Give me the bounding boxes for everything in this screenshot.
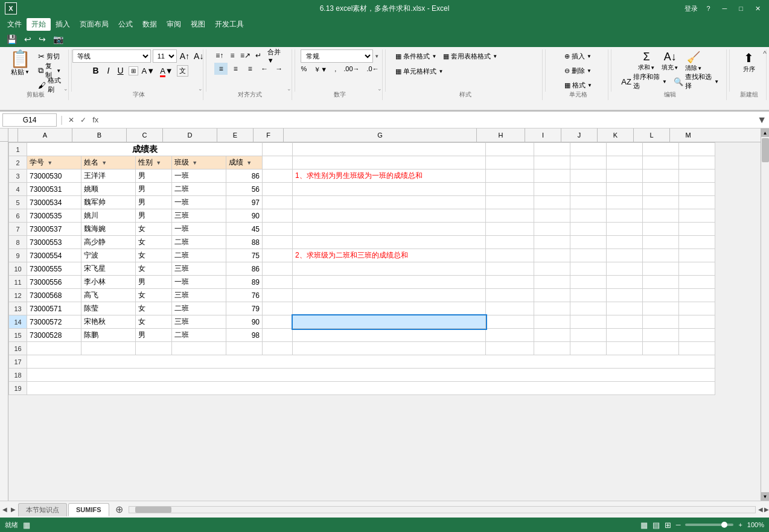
cell-d13[interactable]: 二班	[172, 302, 226, 315]
increase-decimal-button[interactable]: .00→	[340, 64, 362, 75]
align-right-button[interactable]: ≡	[243, 63, 257, 75]
cell-a15[interactable]: 73000528	[27, 329, 81, 342]
cell-g7[interactable]	[293, 223, 486, 236]
cell-g6[interactable]	[293, 209, 486, 223]
cell-d7[interactable]: 一班	[172, 223, 226, 236]
cell-l2[interactable]	[643, 156, 679, 169]
cell-h15[interactable]	[486, 329, 534, 342]
cell-m9[interactable]	[679, 249, 715, 262]
conditional-format-button[interactable]: ▦ 条件格式 ▼	[393, 49, 439, 63]
help-button[interactable]: ?	[703, 4, 713, 13]
menu-data[interactable]: 数据	[138, 18, 162, 31]
cell-f3[interactable]	[263, 169, 293, 183]
cell-f6[interactable]	[263, 209, 293, 223]
row-num-15[interactable]: 15	[9, 329, 27, 342]
menu-pagelayout[interactable]: 页面布局	[75, 18, 113, 31]
increase-indent-button[interactable]: →	[272, 63, 286, 75]
title-cell[interactable]: 成绩表	[27, 143, 263, 156]
filter-d2[interactable]: ▼	[192, 160, 197, 166]
cell-j1[interactable]	[570, 143, 607, 156]
cell-a7[interactable]: 73000537	[27, 223, 81, 236]
cell-e11[interactable]: 89	[226, 276, 263, 289]
cell-c11[interactable]: 男	[136, 276, 172, 289]
cell-i9[interactable]	[534, 249, 570, 262]
bold-button[interactable]: B	[89, 65, 102, 77]
view-normal-icon[interactable]: ▦	[640, 521, 648, 530]
align-top-center-button[interactable]: ≡	[226, 49, 238, 62]
cell-m11[interactable]	[679, 276, 715, 289]
cell-k4[interactable]	[607, 183, 643, 196]
menu-file[interactable]: 文件	[2, 18, 27, 31]
cell-e7[interactable]: 45	[226, 223, 263, 236]
font-shrink-icon[interactable]: A↓	[193, 51, 205, 62]
cell-g11[interactable]	[293, 276, 486, 289]
row-num-2[interactable]: 2	[9, 156, 27, 169]
row-num-11[interactable]: 11	[9, 276, 27, 289]
tab-scroll-right-icon[interactable]: ▶	[10, 506, 17, 513]
row-num-16[interactable]: 16	[9, 342, 27, 355]
cell-f7[interactable]	[263, 223, 293, 236]
cell-e2[interactable]: 成绩 ▼	[226, 156, 263, 169]
view-page-layout-icon[interactable]: ▤	[653, 521, 660, 530]
cell-a14[interactable]: 73000572	[27, 315, 81, 329]
col-header-f[interactable]: F	[254, 128, 284, 142]
cell-m5[interactable]	[679, 196, 715, 209]
paste-button[interactable]: 📋 粘贴 ▼	[7, 49, 33, 78]
col-header-d[interactable]: D	[163, 128, 217, 142]
format-painter-button[interactable]: 🖌 格式刷	[36, 78, 63, 92]
cell-b16[interactable]	[81, 342, 136, 355]
cell-h11[interactable]	[486, 276, 534, 289]
row-18-empty[interactable]	[27, 369, 715, 382]
cell-k15[interactable]	[607, 329, 643, 342]
scroll-thumb[interactable]	[762, 138, 769, 162]
cell-g5[interactable]	[293, 196, 486, 209]
cell-k14[interactable]	[607, 315, 643, 329]
cell-j2[interactable]	[570, 156, 607, 169]
save-icon[interactable]: 💾	[5, 34, 19, 45]
row-num-4[interactable]: 4	[9, 183, 27, 196]
cell-a13[interactable]: 73000571	[27, 302, 81, 315]
cell-a16[interactable]	[27, 342, 81, 355]
cell-h6[interactable]	[486, 209, 534, 223]
cell-m1[interactable]	[679, 143, 715, 156]
cell-e16[interactable]	[226, 342, 263, 355]
cell-l10[interactable]	[643, 262, 679, 276]
delete-cell-button[interactable]: ⊖ 删除 ▼	[562, 64, 595, 77]
cell-e5[interactable]: 97	[226, 196, 263, 209]
filter-b2[interactable]: ▼	[101, 160, 107, 166]
cell-b5[interactable]: 魏军帅	[81, 196, 136, 209]
cell-j5[interactable]	[570, 196, 607, 209]
zoom-slider[interactable]	[685, 524, 733, 526]
name-box[interactable]	[2, 113, 57, 127]
cell-k10[interactable]	[607, 262, 643, 276]
cell-i8[interactable]	[534, 236, 570, 249]
cell-l9[interactable]	[643, 249, 679, 262]
cell-g8[interactable]	[293, 236, 486, 249]
copy-button[interactable]: ⧉ 复制 ▼	[36, 64, 63, 77]
cell-m3[interactable]	[679, 169, 715, 183]
cell-i13[interactable]	[534, 302, 570, 315]
cell-l14[interactable]	[643, 315, 679, 329]
v-scrollbar[interactable]: ▲ ▼	[761, 128, 769, 501]
cell-d9[interactable]: 二班	[172, 249, 226, 262]
redo-icon[interactable]: ↪	[37, 34, 48, 45]
format-cell-button[interactable]: ▦ 格式 ▼	[562, 78, 595, 92]
font-color-button[interactable]: A▼	[158, 66, 175, 76]
cell-g16[interactable]	[293, 342, 486, 355]
cell-m12[interactable]	[679, 289, 715, 302]
decrease-decimal-button[interactable]: .0←	[364, 64, 382, 75]
cell-a6[interactable]: 73000535	[27, 209, 81, 223]
cell-b10[interactable]: 宋飞星	[81, 262, 136, 276]
col-header-g[interactable]: G	[284, 128, 477, 142]
insert-function-icon[interactable]: fx	[91, 115, 100, 124]
fill-color-button[interactable]: A▼	[140, 66, 157, 76]
cell-g15[interactable]	[293, 329, 486, 342]
cell-c12[interactable]: 女	[136, 289, 172, 302]
cell-i4[interactable]	[534, 183, 570, 196]
align-center-button[interactable]: ≡	[229, 63, 242, 75]
cut-button[interactable]: ✂ 剪切	[36, 49, 63, 63]
cell-k3[interactable]	[607, 169, 643, 183]
cell-j14[interactable]	[570, 315, 607, 329]
comma-button[interactable]: ,	[331, 64, 339, 75]
screenshot-icon[interactable]: 📷	[51, 34, 65, 45]
